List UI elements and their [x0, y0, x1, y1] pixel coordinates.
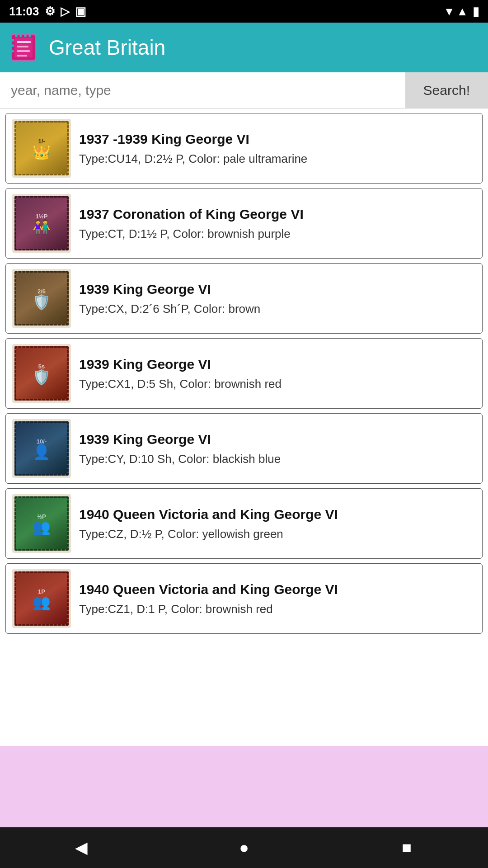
stamp-text-block: 1937 Coronation of King George VI Type:C… — [79, 206, 476, 241]
svg-rect-12 — [17, 55, 27, 57]
list-item[interactable]: 1½P 👫 1937 Coronation of King George VI … — [5, 188, 483, 259]
svg-point-7 — [11, 44, 14, 47]
stamp-title: 1939 King George VI — [79, 281, 476, 297]
list-item[interactable]: 1/- 👑 1937 -1939 King George VI Type:CU1… — [5, 113, 483, 184]
play-icon: ▷ — [61, 5, 70, 19]
stamp-image: 1/- 👑 — [14, 121, 69, 175]
list-item[interactable]: 5s 🛡️ 1939 King George VI Type:CX1, D:5 … — [5, 338, 483, 409]
stamp-detail: Type:CX, D:2´6 Sh´P, Color: brown — [79, 302, 476, 316]
stamp-thumbnail: 2/6 🛡️ — [12, 269, 71, 328]
stamp-title: 1939 King George VI — [79, 431, 476, 448]
search-input[interactable] — [0, 72, 405, 108]
stamp-detail: Type:CZ, D:½ P, Color: yellowish green — [79, 527, 476, 541]
stamp-detail: Type:CU14, D:2½ P, Color: pale ultramari… — [79, 152, 476, 166]
battery-icon: ▮ — [473, 5, 479, 19]
stamp-image: 10/- 👤 — [14, 421, 69, 476]
list-item[interactable]: 1P 👥 1940 Queen Victoria and King George… — [5, 563, 483, 634]
stamp-detail: Type:CZ1, D:1 P, Color: brownish red — [79, 602, 476, 616]
recents-button[interactable]: ■ — [389, 834, 425, 861]
stamp-title: 1940 Queen Victoria and King George VI — [79, 506, 476, 523]
svg-point-8 — [11, 50, 14, 52]
stamp-image: 5s 🛡️ — [14, 346, 69, 401]
search-button[interactable]: Search! — [405, 72, 488, 108]
stamp-text-block: 1939 King George VI Type:CY, D:10 Sh, Co… — [79, 431, 476, 466]
svg-rect-10 — [17, 46, 28, 47]
signal-icon: ▲ — [456, 5, 468, 19]
stamp-thumbnail: 1/- 👑 — [12, 119, 71, 178]
stamp-thumbnail: 1½P 👫 — [12, 194, 71, 253]
status-right: ▾ ▲ ▮ — [446, 5, 479, 19]
status-bar: 11:03 ⚙ ▷ ▣ ▾ ▲ ▮ — [0, 0, 488, 23]
stamp-image: 1P 👥 — [14, 571, 69, 626]
status-left: 11:03 ⚙ ▷ ▣ — [9, 5, 86, 19]
stamp-image: 1½P 👫 — [14, 196, 69, 250]
stamp-text-block: 1939 King George VI Type:CX1, D:5 Sh, Co… — [79, 356, 476, 391]
stamp-thumbnail: 5s 🛡️ — [12, 344, 71, 403]
search-bar[interactable]: Search! — [0, 72, 488, 108]
nav-bar: ◀ ● ■ — [0, 827, 488, 868]
svg-point-5 — [28, 34, 31, 37]
stamp-title: 1937 Coronation of King George VI — [79, 206, 476, 222]
app-logo — [8, 31, 41, 64]
stamp-title: 1940 Queen Victoria and King George VI — [79, 581, 476, 598]
stamp-title: 1939 King George VI — [79, 356, 476, 373]
stamp-list: 1/- 👑 1937 -1939 King George VI Type:CU1… — [0, 108, 488, 746]
stamp-image: 2/6 🛡️ — [14, 271, 69, 326]
svg-point-6 — [11, 39, 14, 42]
status-time: 11:03 — [9, 5, 39, 19]
stamp-thumbnail: 1P 👥 — [12, 569, 71, 628]
svg-point-4 — [24, 34, 27, 37]
home-button[interactable]: ● — [226, 834, 262, 861]
app-title: Great Britain — [49, 35, 165, 60]
stamp-text-block: 1940 Queen Victoria and King George VI T… — [79, 506, 476, 541]
stamp-image: ½P 👥 — [14, 496, 69, 551]
stamp-detail: Type:CT, D:1½ P, Color: brownish purple — [79, 227, 476, 241]
stamp-text-block: 1939 King George VI Type:CX, D:2´6 Sh´P,… — [79, 281, 476, 316]
settings-icon: ⚙ — [45, 5, 55, 19]
list-item[interactable]: 2/6 🛡️ 1939 King George VI Type:CX, D:2´… — [5, 263, 483, 334]
stamp-text-block: 1937 -1939 King George VI Type:CU14, D:2… — [79, 131, 476, 166]
svg-rect-11 — [17, 50, 30, 52]
stamp-text-block: 1940 Queen Victoria and King George VI T… — [79, 581, 476, 616]
stamp-thumbnail: ½P 👥 — [12, 494, 71, 553]
svg-point-3 — [19, 34, 22, 37]
list-item[interactable]: 10/- 👤 1939 King George VI Type:CY, D:10… — [5, 413, 483, 484]
sd-card-icon: ▣ — [75, 5, 86, 19]
list-item[interactable]: ½P 👥 1940 Queen Victoria and King George… — [5, 488, 483, 559]
back-button[interactable]: ◀ — [63, 834, 99, 861]
svg-point-2 — [15, 34, 18, 37]
wifi-icon: ▾ — [446, 5, 452, 19]
stamp-thumbnail: 10/- 👤 — [12, 419, 71, 478]
stamp-title: 1937 -1939 King George VI — [79, 131, 476, 147]
stamp-detail: Type:CX1, D:5 Sh, Color: brownish red — [79, 377, 476, 391]
svg-rect-9 — [17, 41, 31, 43]
bottom-spacer — [0, 746, 488, 827]
stamp-detail: Type:CY, D:10 Sh, Color: blackish blue — [79, 452, 476, 466]
app-bar: Great Britain — [0, 23, 488, 72]
